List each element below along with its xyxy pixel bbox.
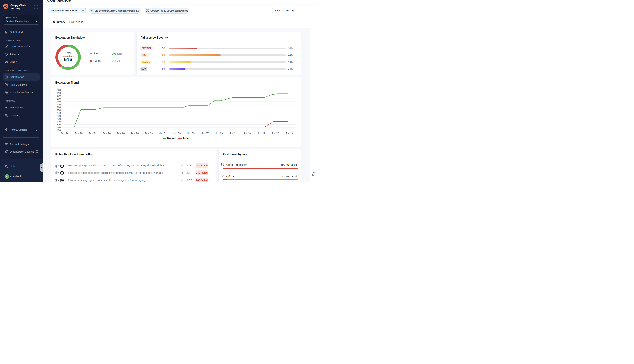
svg-text:270: 270 bbox=[57, 103, 61, 106]
svg-text:Dec 24: Dec 24 bbox=[103, 132, 111, 134]
svg-text:Jan 17: Jan 17 bbox=[271, 132, 279, 134]
svg-text:Dec 28: Dec 28 bbox=[131, 132, 139, 134]
svg-text:280: 280 bbox=[57, 100, 61, 103]
svg-text:Jan 07: Jan 07 bbox=[201, 132, 209, 134]
svg-text:210: 210 bbox=[57, 120, 61, 123]
svg-text:Dec 30: Dec 30 bbox=[145, 132, 153, 134]
svg-text:CIS: CIS bbox=[56, 172, 59, 174]
svg-text:230: 230 bbox=[57, 114, 61, 117]
svg-text:Dec 26: Dec 26 bbox=[117, 132, 125, 134]
svg-text:290: 290 bbox=[57, 97, 61, 100]
svg-text:250: 250 bbox=[57, 109, 61, 112]
svg-text:310: 310 bbox=[57, 92, 61, 94]
svg-text:Jan 05: Jan 05 bbox=[187, 132, 195, 134]
svg-text:Failed: Failed bbox=[183, 137, 190, 140]
svg-text:Jan 19: Jan 19 bbox=[286, 132, 293, 134]
svg-text:260: 260 bbox=[57, 106, 61, 109]
svg-text:Passed: Passed bbox=[167, 137, 176, 140]
svg-text:CIS: CIS bbox=[56, 180, 59, 182]
svg-text:300: 300 bbox=[57, 94, 61, 97]
svg-text:Jan 09: Jan 09 bbox=[216, 132, 223, 134]
svg-text:CIS: CIS bbox=[56, 165, 59, 167]
svg-text:Jan 01: Jan 01 bbox=[159, 132, 167, 134]
svg-text:Jan 11: Jan 11 bbox=[230, 132, 237, 134]
svg-text:190: 190 bbox=[57, 126, 61, 129]
svg-text:Jan 03: Jan 03 bbox=[173, 132, 180, 134]
svg-text:200: 200 bbox=[57, 123, 61, 126]
svg-text:Dec 20: Dec 20 bbox=[75, 132, 83, 134]
svg-text:CIS: CIS bbox=[91, 10, 93, 11]
svg-text:180: 180 bbox=[57, 129, 61, 132]
svg-text:Dec 18: Dec 18 bbox=[61, 132, 68, 134]
svg-text:Jan 15: Jan 15 bbox=[257, 132, 265, 134]
svg-text:220: 220 bbox=[57, 118, 61, 120]
svg-text:240: 240 bbox=[57, 112, 61, 114]
svg-text:Jan 13: Jan 13 bbox=[244, 132, 251, 134]
svg-text:Dec 22: Dec 22 bbox=[89, 132, 97, 134]
svg-text:320: 320 bbox=[57, 89, 61, 92]
